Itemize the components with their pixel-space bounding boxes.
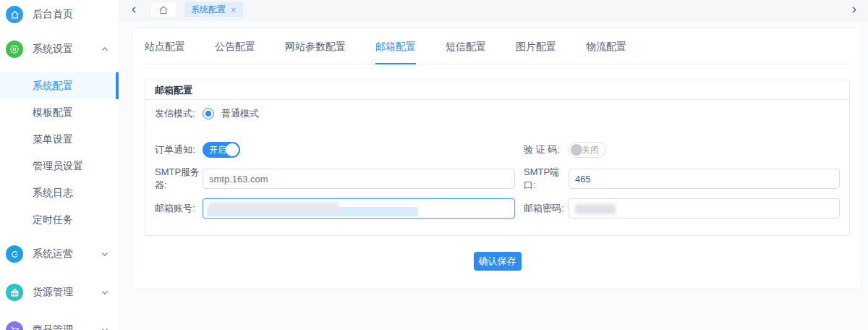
- redacted-value: [208, 202, 339, 212]
- tag-label: 系统配置: [191, 4, 226, 16]
- chevron-down-icon: [101, 250, 109, 258]
- tags-scroll-left-button[interactable]: [128, 4, 140, 16]
- sidebar-item-menu-settings[interactable]: 菜单设置: [0, 126, 119, 153]
- confirm-save-button[interactable]: 确认保存: [474, 252, 522, 271]
- sidebar-item-label: 后台首页: [33, 8, 73, 21]
- operations-icon: [6, 245, 23, 263]
- settings-card: 站点配置 公告配置 网站参数配置 邮箱配置 短信配置 图片配置 物流配置 邮箱配…: [132, 28, 862, 289]
- gear-icon: [6, 41, 23, 58]
- sidebar: 后台首页 系统设置 系统配置 模板配置 菜单设置 管理员设置 系统日志 定时任务: [0, 0, 119, 330]
- sidebar-item-label: 系统运营: [33, 248, 73, 261]
- sidebar-item-label: 菜单设置: [33, 133, 73, 146]
- smtp-port-input[interactable]: [569, 169, 840, 189]
- chevron-up-icon: [101, 46, 109, 53]
- sidebar-item-label: 系统设置: [33, 43, 73, 56]
- redacted-value: [575, 204, 616, 214]
- tab-logistics-config[interactable]: 物流配置: [586, 41, 626, 64]
- switch-knob: [571, 144, 582, 156]
- home-icon: [158, 5, 169, 15]
- sidebar-item-dashboard[interactable]: 后台首页: [0, 0, 119, 29]
- tab-email-config[interactable]: 邮箱配置: [375, 41, 416, 64]
- account-row: 邮箱账号: 邮箱密码:: [155, 198, 840, 219]
- email-password-input[interactable]: [569, 198, 840, 219]
- sidebar-item-label: 商品管理: [33, 323, 73, 330]
- tab-site-config[interactable]: 站点配置: [145, 41, 185, 64]
- sidebar-item-system-config[interactable]: 系统配置: [0, 72, 119, 99]
- home-icon: [6, 6, 23, 23]
- tab-image-config[interactable]: 图片配置: [516, 41, 556, 64]
- sidebar-item-label: 定时任务: [33, 213, 73, 227]
- supply-icon: [6, 284, 23, 301]
- tags-scroll-right-button[interactable]: [848, 4, 859, 16]
- switch-on-text: 开启: [209, 142, 226, 158]
- goods-icon: [6, 321, 23, 330]
- sidebar-item-system-operations[interactable]: 系统运营: [0, 238, 119, 270]
- captcha-label: 验 证 码:: [524, 143, 569, 156]
- chevron-down-icon: [101, 326, 109, 330]
- sidebar-item-label: 管理员设置: [33, 160, 83, 173]
- switch-knob: [226, 143, 239, 156]
- send-mode-row: 发信模式: 普通模式: [155, 103, 840, 124]
- sidebar-item-template-config[interactable]: 模板配置: [0, 99, 119, 126]
- captcha-switch[interactable]: 关闭: [569, 142, 606, 158]
- order-notify-switch[interactable]: 开启: [203, 142, 240, 158]
- sidebar-item-label: 系统日志: [33, 187, 73, 200]
- email-password-label: 邮箱密码:: [524, 202, 569, 215]
- radio-selected-icon: [203, 108, 214, 119]
- sidebar-item-label: 货源管理: [33, 286, 73, 299]
- send-mode-radio[interactable]: 普通模式: [203, 107, 259, 120]
- notify-captcha-row: 订单通知: 开启 验 证 码: 关闭: [155, 140, 840, 160]
- email-account-label: 邮箱账号:: [155, 202, 203, 215]
- order-notify-label: 订单通知:: [155, 143, 203, 156]
- sidebar-item-label: 系统配置: [33, 80, 73, 93]
- sidebar-item-admin-settings[interactable]: 管理员设置: [0, 153, 119, 179]
- sidebar-item-system-settings[interactable]: 系统设置: [0, 33, 119, 65]
- close-icon[interactable]: ×: [231, 5, 237, 14]
- tab-announcement-config[interactable]: 公告配置: [215, 41, 255, 64]
- smtp-row: SMTP服务器: SMTP端口:: [155, 169, 840, 189]
- radio-option-label: 普通模式: [221, 107, 259, 120]
- sidebar-item-supply-management[interactable]: 货源管理: [0, 276, 119, 308]
- open-tag-system-config[interactable]: 系统配置 ×: [184, 2, 243, 17]
- switch-off-text: 关闭: [582, 143, 599, 157]
- tab-site-params-config[interactable]: 网站参数配置: [285, 41, 346, 64]
- tab-sms-config[interactable]: 短信配置: [446, 41, 486, 64]
- panel-body: 发信模式: 普通模式 订单通知: 开启: [145, 100, 849, 235]
- smtp-server-input[interactable]: [203, 169, 515, 189]
- send-mode-label: 发信模式:: [155, 107, 203, 120]
- smtp-server-label: SMTP服务器:: [155, 166, 203, 192]
- home-tab-button[interactable]: [150, 1, 177, 18]
- email-account-input[interactable]: [203, 198, 515, 219]
- sidebar-item-goods-management[interactable]: 商品管理: [0, 314, 119, 330]
- panel-title: 邮箱配置: [145, 80, 849, 100]
- tag-bar: 系统配置 ×: [119, 0, 868, 20]
- sidebar-item-scheduled-tasks[interactable]: 定时任务: [0, 206, 119, 233]
- content-area: 站点配置 公告配置 网站参数配置 邮箱配置 短信配置 图片配置 物流配置 邮箱配…: [119, 20, 868, 330]
- sidebar-item-label: 模板配置: [33, 106, 73, 119]
- smtp-port-label: SMTP端口:: [524, 166, 569, 192]
- email-config-panel: 邮箱配置 发信模式: 普通模式 订单通知:: [145, 80, 850, 236]
- config-tabs: 站点配置 公告配置 网站参数配置 邮箱配置 短信配置 图片配置 物流配置: [145, 28, 850, 64]
- chevron-down-icon: [101, 289, 109, 296]
- main-area: 系统配置 × 站点配置 公告配置 网站参数配置 邮箱配置 短信配置 图片配置 物…: [119, 0, 868, 330]
- sidebar-item-system-log[interactable]: 系统日志: [0, 179, 119, 206]
